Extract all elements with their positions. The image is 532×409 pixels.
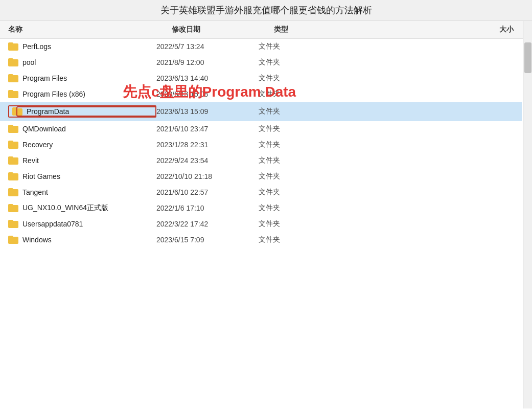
file-type: 文件夹 [259,42,310,51]
file-type: 文件夹 [259,188,310,197]
file-name: pool [22,58,36,66]
file-name: Tangent [22,188,48,196]
scrollbar-thumb[interactable] [524,42,531,73]
file-name: Windows [22,236,52,244]
file-date: 2023/6/15 7:09 [156,236,259,244]
file-name: Revit [22,156,39,165]
file-name-cell: ProgramData [8,105,156,118]
header-col-date[interactable]: 修改日期 [172,25,274,34]
table-row[interactable]: Recovery2023/1/28 22:31文件夹 [0,137,522,153]
file-name-cell: pool [8,58,156,66]
file-date: 2022/10/10 21:18 [156,172,259,180]
folder-icon [8,42,18,51]
file-list: PerfLogs2022/5/7 13:24文件夹pool2021/8/9 12… [0,39,532,248]
table-row[interactable]: Program Files (x86)2023/6/13 15:08文件夹 [0,86,522,102]
file-name: PerfLogs [22,42,51,51]
file-name-cell: Recovery [8,141,156,149]
file-type: 文件夹 [259,235,310,244]
file-date: 2021/6/10 23:47 [156,125,259,133]
file-type: 文件夹 [259,89,310,99]
file-name: Riot Games [22,172,60,180]
folder-icon [8,125,18,133]
file-date: 2023/6/13 15:08 [156,90,259,98]
top-banner: 关于英雄联盟手游外服充值哪个服更省钱的方法解析 [0,0,532,21]
file-date: 2023/6/13 15:09 [156,107,259,116]
file-type: 文件夹 [259,172,310,181]
folder-icon [8,58,18,66]
file-name-cell: Windows [8,236,156,244]
file-date: 2021/6/10 22:57 [156,188,259,196]
table-row[interactable]: Revit2022/9/24 23:54文件夹 [0,153,522,169]
file-type: 文件夹 [259,74,310,83]
table-row[interactable]: Tangent2021/6/10 22:57文件夹 [0,185,522,200]
file-name-cell: Riot Games [8,172,156,180]
table-row[interactable]: Windows2023/6/15 7:09文件夹 [0,232,522,248]
file-name: Recovery [22,141,53,149]
header-col-type[interactable]: 类型 [274,25,325,34]
file-name-cell: Program Files (x86) [8,90,156,98]
file-name-cell: PerfLogs [8,42,156,51]
file-date: 2022/3/22 17:42 [156,220,259,228]
file-name: ProgramData [27,107,69,116]
file-type: 文件夹 [259,58,310,67]
folder-icon [8,172,18,180]
folder-icon [8,74,18,82]
table-row[interactable]: QMDownload2021/6/10 23:47文件夹 [0,121,522,137]
file-date: 2021/8/9 12:00 [156,58,259,66]
folder-icon [8,188,18,196]
banner-title: 关于英雄联盟手游外服充值哪个服更省钱的方法解析 [160,5,372,15]
file-date: 2023/1/28 22:31 [156,141,259,149]
table-row[interactable]: Usersappdata07812022/3/22 17:42文件夹 [0,216,522,232]
table-row[interactable]: Program Files2023/6/13 14:40文件夹 [0,71,522,86]
file-explorer: 先点c盘里的Program Data 名称 修改日期 类型 大小 PerfLog… [0,21,532,408]
folder-icon [8,204,18,212]
file-name-cell: UG_NX10.0_WIN64正式版 [8,203,156,213]
file-name: UG_NX10.0_WIN64正式版 [22,203,108,213]
file-name: Program Files [22,74,67,82]
file-name-cell: Revit [8,156,156,165]
file-date: 2022/5/7 13:24 [156,42,259,51]
folder-icon [8,90,18,98]
file-type: 文件夹 [259,140,310,149]
folder-icon [8,236,18,244]
file-type: 文件夹 [259,203,310,213]
file-name-cell: QMDownload [8,125,156,133]
file-type: 文件夹 [259,124,310,133]
folder-icon [8,156,18,165]
folder-icon [12,107,22,116]
table-row[interactable]: ProgramData2023/6/13 15:09文件夹 [0,102,522,121]
file-name-cell: Tangent [8,188,156,196]
scrollbar[interactable] [523,21,532,408]
file-type: 文件夹 [259,156,310,165]
file-type: 文件夹 [259,107,310,116]
file-type: 文件夹 [259,219,310,229]
file-name: Usersappdata0781 [22,220,83,228]
file-date: 2022/9/24 23:54 [156,156,259,165]
file-date: 2023/6/13 14:40 [156,74,259,82]
table-row[interactable]: pool2021/8/9 12:00文件夹 [0,55,522,71]
folder-icon [8,220,18,228]
table-row[interactable]: Riot Games2022/10/10 21:18文件夹 [0,169,522,185]
file-name-cell: Usersappdata0781 [8,220,156,228]
file-name: QMDownload [22,125,66,133]
file-name: Program Files (x86) [22,90,85,98]
table-row[interactable]: PerfLogs2022/5/7 13:24文件夹 [0,39,522,55]
folder-icon [8,141,18,149]
file-date: 2022/1/6 17:10 [156,204,259,212]
table-row[interactable]: UG_NX10.0_WIN64正式版2022/1/6 17:10文件夹 [0,200,522,216]
header-col-name[interactable]: 名称 [8,25,172,34]
table-header: 名称 修改日期 类型 大小 [0,21,532,39]
file-name-cell: Program Files [8,74,156,82]
header-col-size[interactable]: 大小 [325,25,514,34]
